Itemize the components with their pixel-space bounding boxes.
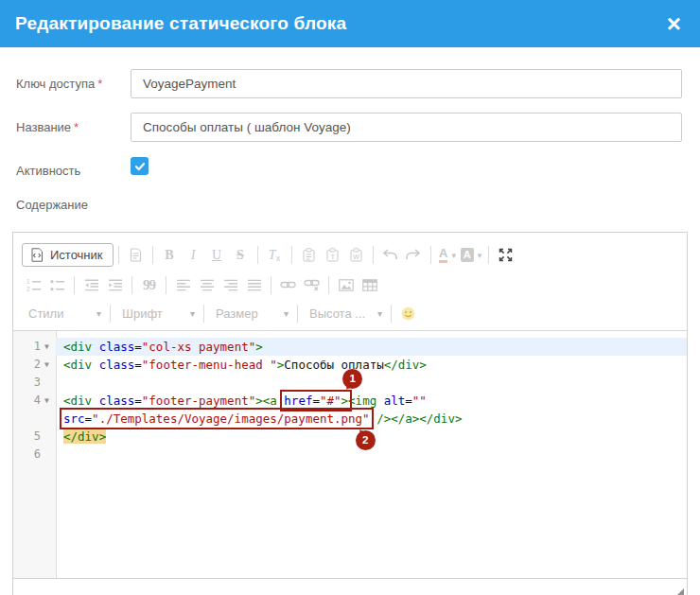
- smiley-icon[interactable]: [396, 302, 420, 325]
- close-icon[interactable]: ×: [667, 11, 681, 36]
- toolbar-separator: [257, 246, 258, 264]
- code-line: 6: [13, 446, 687, 464]
- name-row: Название*: [16, 113, 682, 142]
- svg-text:2: 2: [26, 286, 30, 292]
- toolbar-separator: [488, 246, 489, 264]
- toolbar-row-1: ИсточникBIUSTxTWA▾A▾: [22, 239, 678, 271]
- line-number: 2: [13, 356, 41, 374]
- align-center-icon[interactable]: [195, 273, 219, 297]
- undo-icon[interactable]: [378, 243, 402, 267]
- line-number: 3: [13, 374, 41, 392]
- modal-title: Редактирование статического блока: [15, 13, 346, 34]
- active-row: Активность: [16, 156, 682, 178]
- redo-icon[interactable]: [402, 243, 426, 267]
- resize-grip-icon[interactable]: [674, 588, 684, 595]
- styles-dropdown[interactable]: Стили▾: [22, 306, 105, 321]
- bg-color-icon[interactable]: A▾: [460, 243, 483, 267]
- annotation-badge-1: 1: [342, 369, 362, 389]
- bulleted-list-icon[interactable]: [45, 273, 69, 297]
- templates-icon[interactable]: [124, 243, 148, 267]
- content-editor: ИсточникBIUSTxTWA▾A▾1299Стили▾Шрифт▾Разм…: [12, 232, 688, 595]
- toolbar-separator: [291, 246, 292, 264]
- modal-header: Редактирование статического блока ×: [0, 0, 700, 47]
- name-label-text: Название: [16, 120, 71, 134]
- line-height-dropdown[interactable]: Высота ...▾: [303, 306, 386, 321]
- fold-arrow-icon[interactable]: ▼: [44, 392, 49, 410]
- text-color-icon[interactable]: A▾: [436, 243, 460, 267]
- checkmark-icon: [134, 161, 146, 172]
- maximize-icon[interactable]: [494, 243, 517, 267]
- align-right-icon[interactable]: [219, 273, 242, 297]
- table-icon[interactable]: [358, 273, 381, 297]
- paste-icon[interactable]: [297, 243, 321, 267]
- numbered-list-icon[interactable]: 12: [22, 273, 45, 297]
- active-label: Активность: [16, 156, 131, 178]
- source-code-area[interactable]: 1▼<div class="col-xs payment">2▼<div cla…: [13, 330, 687, 578]
- align-left-icon[interactable]: [171, 273, 195, 297]
- bold-icon[interactable]: B: [158, 243, 182, 267]
- toolbar-separator: [430, 246, 431, 264]
- access-key-row: Ключ доступа*: [16, 69, 682, 98]
- size-dropdown[interactable]: Размер▾: [209, 306, 292, 321]
- source-button[interactable]: Источник: [22, 243, 114, 267]
- toolbar-separator: [297, 305, 298, 323]
- toolbar-separator: [152, 246, 153, 264]
- edit-static-block-modal: Редактирование статического блока × Ключ…: [0, 0, 700, 595]
- unlink-icon[interactable]: [300, 273, 324, 297]
- annotation-box-2: src="./Templates/Voyage/images/payment.p…: [63, 411, 370, 426]
- required-asterisk: *: [74, 120, 79, 134]
- indent-icon[interactable]: [103, 273, 127, 297]
- toolbar-separator: [373, 246, 374, 264]
- justify-icon[interactable]: [242, 273, 266, 297]
- toolbar-separator: [166, 276, 166, 294]
- line-number: 5: [13, 428, 41, 446]
- toolbar-separator: [110, 305, 111, 323]
- link-icon[interactable]: [276, 273, 300, 297]
- required-asterisk: *: [97, 77, 102, 91]
- toolbar-row-2: 1299: [22, 271, 678, 299]
- fold-arrow-icon[interactable]: ▼: [44, 338, 49, 356]
- code-line: 1▼<div class="col-xs payment">: [13, 338, 687, 356]
- underline-icon[interactable]: U: [205, 243, 229, 267]
- toolbar-separator: [328, 276, 329, 294]
- name-input[interactable]: [131, 113, 682, 142]
- code-line: src="./Templates/Voyage/images/payment.p…: [13, 410, 687, 428]
- toolbar-separator: [271, 276, 271, 294]
- blockquote-icon[interactable]: 99: [137, 273, 161, 297]
- line-number: 6: [13, 446, 41, 464]
- italic-icon[interactable]: I: [182, 243, 205, 267]
- name-label: Название*: [16, 113, 131, 134]
- editor-footer: [13, 578, 687, 595]
- line-number: 1: [13, 338, 41, 356]
- code-line: 4▼<div class="footer-payment"><a href="#…: [13, 392, 687, 410]
- remove-format-icon[interactable]: Tx: [263, 243, 287, 267]
- toolbar-separator: [131, 276, 132, 294]
- fold-arrow-icon[interactable]: ▼: [44, 356, 49, 374]
- svg-text:T: T: [330, 253, 335, 261]
- content-label: Содержание: [16, 198, 700, 212]
- toolbar-separator: [203, 305, 204, 323]
- strike-icon[interactable]: S: [229, 243, 253, 267]
- annotation-box-1: href="#">1: [284, 394, 348, 408]
- outdent-icon[interactable]: [79, 273, 103, 297]
- paste-word-icon[interactable]: W: [344, 243, 368, 267]
- line-number: 4: [13, 392, 41, 410]
- modal-body: Ключ доступа* Название* Активность Содер…: [0, 47, 700, 595]
- toolbar-row-3: Стили▾Шрифт▾Размер▾Высота ...▾: [22, 299, 678, 327]
- code-line: 5</div>: [13, 428, 687, 446]
- access-key-label: Ключ доступа*: [16, 69, 131, 91]
- paste-text-icon[interactable]: T: [321, 243, 344, 267]
- active-checkbox[interactable]: [131, 157, 149, 175]
- toolbar-separator: [74, 276, 75, 294]
- access-key-input[interactable]: [131, 69, 682, 98]
- toolbar-separator: [391, 305, 392, 323]
- font-dropdown[interactable]: Шрифт▾: [115, 306, 199, 321]
- svg-text:W: W: [352, 253, 359, 261]
- editor-toolbar: ИсточникBIUSTxTWA▾A▾1299Стили▾Шрифт▾Разм…: [13, 233, 687, 330]
- toolbar-separator: [118, 246, 119, 264]
- svg-text:1: 1: [26, 278, 30, 285]
- access-key-label-text: Ключ доступа: [16, 77, 95, 91]
- image-icon[interactable]: [334, 273, 358, 297]
